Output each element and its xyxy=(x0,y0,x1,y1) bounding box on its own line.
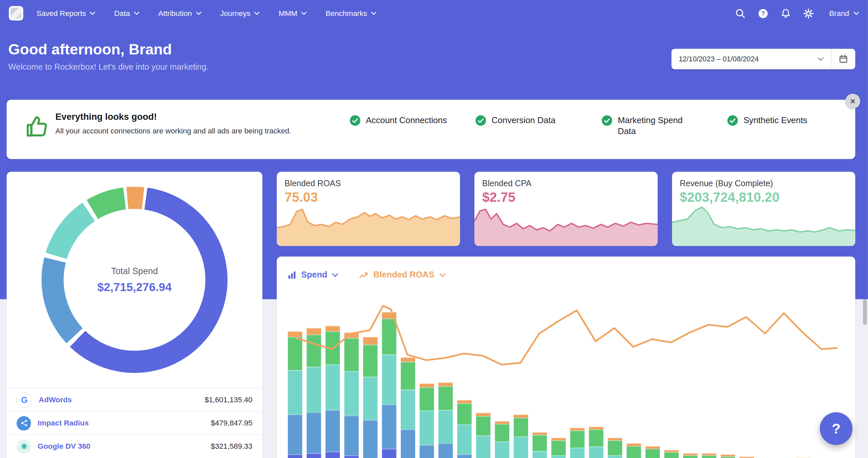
chevron-down-icon xyxy=(90,11,95,15)
total-spend-value: $2,715,276.94 xyxy=(97,280,172,293)
roas-metric-selector[interactable]: Blended ROAS xyxy=(360,270,445,280)
spend-metric-selector[interactable]: Spend xyxy=(288,270,339,280)
status-banner: × Everything looks good! All your accoun… xyxy=(7,100,855,159)
chevron-down-icon xyxy=(371,11,377,15)
metric-card-revenue[interactable]: Revenue (Buy Complete) $203,724,810.20 xyxy=(672,172,856,246)
channel-value: $321,589.33 xyxy=(211,442,252,450)
roas-selector-label: Blended ROAS xyxy=(373,270,434,280)
nav-item-label: MMM xyxy=(279,9,298,18)
chevron-down-icon xyxy=(439,273,445,277)
check-item-marketing-spend-data: Marketing Spend Data xyxy=(602,115,699,137)
spend-selector-label: Spend xyxy=(301,270,327,280)
check-circle-icon xyxy=(727,115,738,126)
thumbs-up-icon xyxy=(24,114,50,142)
metric-title: Blended ROAS xyxy=(284,178,341,188)
calendar-icon xyxy=(838,54,848,64)
total-spend-label: Total Spend xyxy=(111,266,158,276)
check-circle-icon xyxy=(475,115,486,126)
chevron-down-icon xyxy=(254,11,260,15)
nav-item-attribution[interactable]: Attribution xyxy=(158,9,201,18)
main-chart-card: Spend Blended ROAS xyxy=(277,257,856,458)
total-spend-card: Total Spend $2,715,276.94 GAdWords$1,601… xyxy=(7,172,262,458)
check-circle-icon xyxy=(350,115,361,126)
date-range-field[interactable]: 12/10/2023 – 01/08/2024 xyxy=(672,49,831,69)
bar-chart-icon xyxy=(288,271,296,279)
nav-right: ? Brand xyxy=(735,8,859,19)
nav-item-label: Benchmarks xyxy=(326,9,367,18)
google-g-icon: G xyxy=(17,392,32,407)
channel-name: Impact Radius xyxy=(38,419,204,427)
nav-item-label: Saved Reports xyxy=(36,9,86,18)
metric-value: 75.03 xyxy=(284,190,318,205)
spend-roas-chart xyxy=(283,298,849,458)
nav-item-label: Data xyxy=(114,9,130,18)
search-icon[interactable] xyxy=(735,8,746,19)
nav-menu: Saved ReportsDataAttributionJourneysMMMB… xyxy=(36,9,376,18)
donut-center: Total Spend $2,715,276.94 xyxy=(64,209,205,350)
nav-item-benchmarks[interactable]: Benchmarks xyxy=(326,9,377,18)
impact-radius-icon xyxy=(17,416,31,430)
channel-value: $1,601,135.40 xyxy=(205,396,252,404)
date-range-picker: 12/10/2023 – 01/08/2024 xyxy=(672,49,855,69)
metric-value: $2.75 xyxy=(482,190,515,205)
notifications-bell-icon[interactable] xyxy=(780,8,791,19)
dashboard-page: Saved ReportsDataAttributionJourneysMMMB… xyxy=(0,0,868,458)
banner-title: Everything looks good! xyxy=(55,112,157,122)
scrollbar-thumb[interactable] xyxy=(863,299,867,325)
channel-row-google-dv-360[interactable]: Google DV 360$321,589.33 xyxy=(7,434,262,458)
check-circle-icon xyxy=(602,115,612,126)
roas-line-overlay xyxy=(283,298,849,458)
roas-line xyxy=(296,306,837,365)
check-item-synthetic-events: Synthetic Events xyxy=(727,115,846,126)
chevron-down-icon xyxy=(196,11,201,15)
nav-item-mmm[interactable]: MMM xyxy=(279,9,307,18)
channel-row-impact-radius[interactable]: Impact Radius$479,847.95 xyxy=(7,411,262,434)
nav-item-label: Journeys xyxy=(220,9,250,18)
rockerbox-logo[interactable] xyxy=(9,6,23,20)
account-menu-label: Brand xyxy=(829,9,849,18)
calendar-button[interactable] xyxy=(832,49,856,69)
revenue-sparkline-chart xyxy=(672,203,856,246)
settings-gear-icon[interactable] xyxy=(803,8,814,19)
channel-value: $479,847.95 xyxy=(211,419,252,427)
cpa-sparkline-chart xyxy=(474,203,658,246)
page-greeting: Good afternoon, Brand xyxy=(8,41,172,58)
channel-row-adwords[interactable]: GAdWords$1,601,135.40 xyxy=(7,388,262,411)
metric-value: $203,724,810.20 xyxy=(680,190,779,205)
nav-item-saved-reports[interactable]: Saved Reports xyxy=(36,9,95,18)
check-label: Marketing Spend Data xyxy=(618,115,699,137)
metric-title: Blended CPA xyxy=(482,178,531,188)
chart-controls: Spend Blended ROAS xyxy=(288,270,445,280)
nav-item-journeys[interactable]: Journeys xyxy=(220,9,260,18)
check-label: Synthetic Events xyxy=(743,115,807,126)
nav-item-label: Attribution xyxy=(158,9,192,18)
chevron-down-icon xyxy=(301,11,307,15)
page-subtitle: Welcome to Rockerbox! Let's dive into yo… xyxy=(8,62,209,71)
metric-title: Revenue (Buy Complete) xyxy=(680,178,773,188)
nav-item-data[interactable]: Data xyxy=(114,9,139,18)
svg-text:?: ? xyxy=(761,10,765,17)
channel-list: GAdWords$1,601,135.40Impact Radius$479,8… xyxy=(7,388,262,458)
check-label: Conversion Data xyxy=(492,115,556,126)
top-nav: Saved ReportsDataAttributionJourneysMMMB… xyxy=(0,0,868,27)
check-label: Account Connections xyxy=(366,115,447,126)
metric-card-blended-roas[interactable]: Blended ROAS 75.03 xyxy=(277,172,460,246)
dv360-icon xyxy=(17,439,31,453)
metric-card-blended-cpa[interactable]: Blended CPA $2.75 xyxy=(474,172,658,246)
chevron-down-icon xyxy=(332,273,338,277)
channel-name: AdWords xyxy=(39,396,198,404)
banner-close-button[interactable]: × xyxy=(845,94,860,109)
chevron-down-icon xyxy=(854,11,859,15)
help-fab-button[interactable]: ? xyxy=(820,412,853,445)
banner-subtitle: All your account connections are working… xyxy=(55,127,291,135)
chevron-down-icon xyxy=(134,11,140,15)
check-item-account-connections: Account Connections xyxy=(350,115,469,126)
check-item-conversion-data: Conversion Data xyxy=(475,115,594,126)
help-icon[interactable]: ? xyxy=(758,8,769,19)
chevron-down-icon xyxy=(817,57,824,61)
account-menu[interactable]: Brand xyxy=(829,9,859,18)
channel-name: Google DV 360 xyxy=(38,442,204,450)
date-range-value: 12/10/2023 – 01/08/2024 xyxy=(679,55,758,63)
trend-line-icon xyxy=(360,271,368,279)
roas-sparkline-chart xyxy=(277,203,460,246)
